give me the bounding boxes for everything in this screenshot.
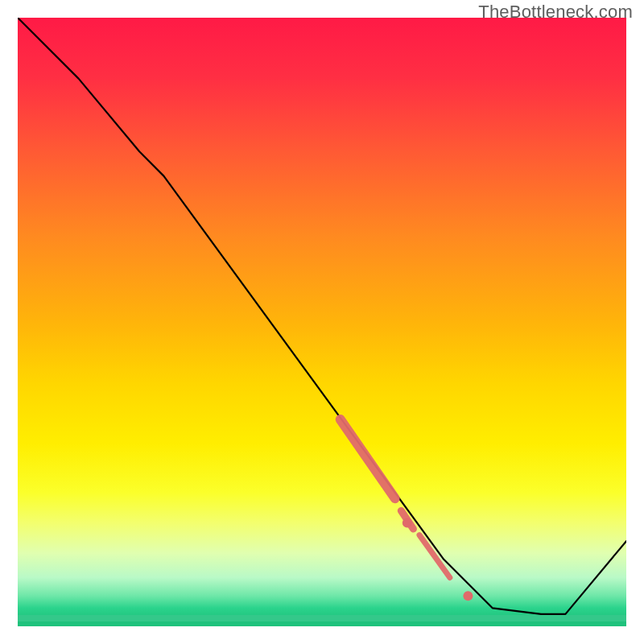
curve-line xyxy=(18,18,626,614)
chart-stage: TheBottleneck.com xyxy=(0,0,644,644)
highlight-point xyxy=(402,518,412,528)
watermark-text: TheBottleneck.com xyxy=(478,2,633,23)
chart-svg xyxy=(18,18,626,626)
highlight-segment xyxy=(341,419,395,498)
plot-area xyxy=(18,18,626,626)
highlight-segment xyxy=(419,535,450,578)
highlight-point xyxy=(463,591,473,601)
